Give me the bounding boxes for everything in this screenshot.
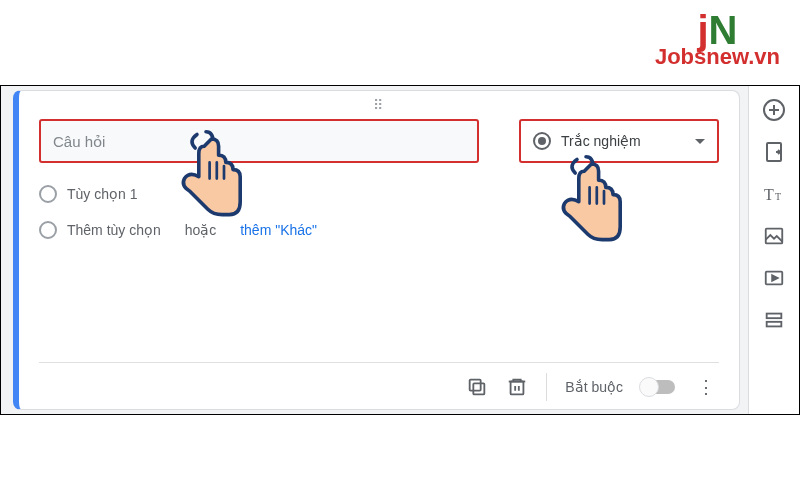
add-section-button[interactable] — [762, 308, 786, 332]
section-icon — [763, 309, 785, 331]
svg-text:T: T — [775, 191, 781, 202]
svg-rect-9 — [767, 314, 782, 319]
options-list: Tùy chọn 1 Thêm tùy chọn hoặc thêm "Khác… — [39, 185, 719, 239]
add-video-button[interactable] — [762, 266, 786, 290]
question-card: ⠿ Trắc nghiệm Tùy chọn 1 Thêm — [13, 90, 740, 410]
text-icon: TT — [762, 182, 786, 206]
option-row[interactable]: Tùy chọn 1 — [39, 185, 719, 203]
import-questions-button[interactable] — [762, 140, 786, 164]
duplicate-button[interactable] — [466, 376, 488, 398]
image-icon — [763, 225, 785, 247]
question-header-row: Trắc nghiệm — [39, 119, 719, 163]
question-input-wrap — [39, 119, 479, 163]
radio-icon — [533, 132, 551, 150]
video-icon — [763, 267, 785, 289]
question-type-dropdown[interactable]: Trắc nghiệm — [519, 119, 719, 163]
option-label: Tùy chọn 1 — [67, 186, 137, 202]
separator — [546, 373, 547, 401]
chevron-down-icon — [695, 139, 705, 144]
delete-button[interactable] — [506, 376, 528, 398]
drag-handle-icon[interactable]: ⠿ — [39, 97, 719, 113]
add-option-row: Thêm tùy chọn hoặc thêm "Khác" — [39, 221, 719, 239]
trash-icon — [506, 376, 528, 398]
radio-outline-icon — [39, 185, 57, 203]
add-title-button[interactable]: TT — [762, 182, 786, 206]
or-text: hoặc — [185, 222, 217, 238]
add-option-link[interactable]: Thêm tùy chọn — [67, 222, 161, 238]
plus-circle-icon — [762, 98, 786, 122]
svg-rect-10 — [767, 322, 782, 327]
copy-icon — [466, 376, 488, 398]
add-question-button[interactable] — [762, 98, 786, 122]
radio-outline-icon — [39, 221, 57, 239]
jobsnew-logo: jN Jobsnew.vn — [655, 10, 780, 68]
more-options-button[interactable]: ⋮ — [693, 376, 719, 398]
question-title-input[interactable] — [53, 133, 465, 150]
logo-text: Jobsnew.vn — [655, 44, 780, 69]
svg-rect-2 — [511, 382, 524, 395]
card-footer: Bắt buộc ⋮ — [39, 362, 719, 401]
add-other-link[interactable]: thêm "Khác" — [240, 222, 317, 238]
editor-frame: ⠿ Trắc nghiệm Tùy chọn 1 Thêm — [0, 85, 800, 415]
required-label: Bắt buộc — [565, 379, 623, 395]
question-type-label: Trắc nghiệm — [561, 133, 641, 149]
svg-text:T: T — [764, 186, 774, 203]
add-image-button[interactable] — [762, 224, 786, 248]
side-toolbar: TT — [749, 86, 799, 414]
required-toggle[interactable] — [641, 380, 675, 394]
svg-rect-1 — [470, 380, 481, 391]
svg-rect-0 — [474, 383, 485, 394]
form-surface: ⠿ Trắc nghiệm Tùy chọn 1 Thêm — [1, 86, 749, 414]
import-icon — [762, 140, 786, 164]
